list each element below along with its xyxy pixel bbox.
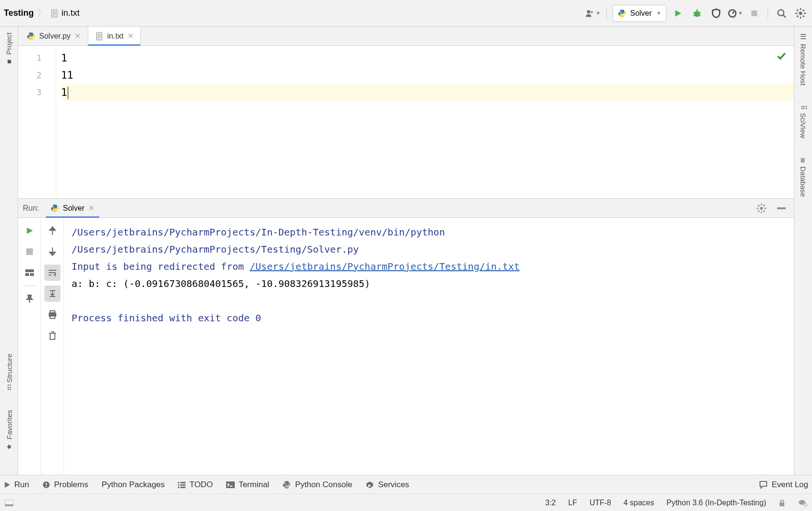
tool-structure[interactable]: ⠿ Structure	[5, 354, 13, 391]
close-icon[interactable]: ✕	[127, 31, 134, 41]
run-config-selector[interactable]: Solver ▼	[613, 5, 666, 22]
svg-rect-41	[25, 273, 29, 276]
warning-icon	[42, 481, 50, 489]
tab-services[interactable]: Services	[365, 480, 409, 490]
tool-database-label: Database	[799, 166, 807, 197]
editor-line[interactable]: 1	[61, 84, 794, 101]
tool-remote-host[interactable]: ☰ Remote Host	[799, 32, 808, 86]
pin-icon[interactable]	[21, 291, 38, 307]
list-icon	[178, 481, 186, 488]
run-coverage-button[interactable]	[708, 6, 724, 21]
soft-wrap-icon[interactable]	[44, 265, 61, 281]
user-icon[interactable]: ▼	[585, 6, 601, 21]
scroll-to-end-icon[interactable]	[44, 286, 61, 302]
stop-run-button[interactable]	[21, 244, 38, 260]
play-icon	[4, 481, 10, 488]
svg-point-5	[591, 10, 593, 13]
svg-rect-43	[50, 311, 55, 313]
ide-status-icon[interactable]	[798, 499, 807, 507]
console-blank	[72, 292, 786, 309]
indent-setting[interactable]: 4 spaces	[624, 499, 654, 507]
settings-icon[interactable]	[793, 6, 808, 21]
chevron-down-icon: ▼	[656, 10, 661, 16]
folder-icon: ■	[5, 58, 13, 66]
breadcrumb[interactable]: Testing 〉 in.txt	[4, 6, 80, 20]
svg-line-24	[803, 10, 804, 11]
svg-line-8	[694, 12, 695, 12]
run-button[interactable]	[670, 6, 686, 21]
tab-run[interactable]: Run	[4, 480, 29, 490]
tool-database[interactable]: ≣ Database	[799, 157, 808, 197]
sciview-icon: ⠿	[799, 105, 808, 110]
tool-project[interactable]: ■ Project	[5, 32, 13, 66]
editor-text[interactable]: 1 11 1	[56, 46, 794, 198]
console-link[interactable]: /Users/jetbrains/PycharmProjects/Testing…	[250, 261, 520, 272]
svg-rect-39	[26, 248, 33, 255]
run-toolbar-secondary	[41, 218, 64, 475]
svg-rect-51	[180, 482, 186, 483]
svg-marker-57	[366, 481, 373, 488]
tool-structure-label: Structure	[5, 354, 13, 383]
svg-rect-59	[5, 504, 13, 506]
close-icon[interactable]: ✕	[74, 31, 81, 41]
layout-icon[interactable]	[21, 265, 38, 281]
chevron-down-icon: ▼	[738, 10, 743, 16]
breadcrumb-file[interactable]: in.txt	[62, 8, 80, 18]
editor-tab-intxt[interactable]: in.txt ✕	[88, 27, 141, 45]
tool-favorites[interactable]: ★ Favorites	[5, 410, 13, 451]
tool-sciview-label: SciView	[799, 113, 807, 138]
debug-button[interactable]	[689, 6, 705, 21]
svg-point-29	[760, 206, 763, 209]
editor-tab-solver[interactable]: Solver.py ✕	[20, 27, 88, 45]
interpreter[interactable]: Python 3.6 (In-Depth-Testing)	[666, 499, 766, 507]
line-number[interactable]: 3	[18, 84, 56, 101]
run-tab-solver[interactable]: Solver ✕	[46, 199, 99, 217]
tab-todo[interactable]: TODO	[178, 480, 213, 490]
up-arrow-icon[interactable]	[44, 223, 61, 239]
down-arrow-icon[interactable]	[44, 244, 61, 260]
trash-icon[interactable]	[44, 327, 61, 344]
profile-button[interactable]: ▼	[728, 6, 743, 21]
tab-terminal[interactable]: Terminal	[226, 480, 269, 490]
close-icon[interactable]: ✕	[88, 204, 94, 213]
editor[interactable]: 1 2 3 1 11 1	[18, 46, 794, 198]
tab-python-console[interactable]: Python Console	[282, 480, 352, 490]
bottom-tool-tabs: Run Problems Python Packages TODO Termin…	[0, 475, 812, 494]
toolbar-right: ▼ Solver ▼ ▼	[585, 5, 808, 22]
editor-line[interactable]: 11	[61, 67, 794, 84]
console-line: Input is being redirected from /Users/je…	[72, 258, 786, 275]
console-line: /Users/jetbrains/PycharmProjects/Testing…	[72, 241, 786, 258]
file-encoding[interactable]: UTF-8	[590, 499, 611, 507]
tab-python-packages[interactable]: Python Packages	[102, 480, 165, 490]
quick-list-icon[interactable]	[5, 500, 13, 506]
text: 1	[61, 52, 67, 64]
inspection-ok-icon[interactable]	[777, 51, 786, 61]
line-number[interactable]: 2	[18, 67, 56, 84]
svg-rect-53	[180, 484, 186, 486]
stop-button[interactable]	[747, 6, 762, 21]
breadcrumb-project[interactable]: Testing	[4, 8, 34, 18]
editor-tab-label: Solver.py	[39, 32, 71, 41]
hide-panel-icon[interactable]	[774, 201, 789, 216]
editor-line[interactable]: 1	[61, 50, 794, 67]
line-separator[interactable]: LF	[568, 499, 577, 507]
tab-problems[interactable]: Problems	[42, 480, 88, 490]
run-settings-icon[interactable]	[754, 201, 769, 216]
svg-line-23	[797, 15, 798, 17]
rerun-button[interactable]	[21, 223, 38, 239]
main-area: ■ Project ⠿ Structure ★ Favorites Solver…	[0, 27, 812, 475]
console-output[interactable]: /Users/jetbrains/PycharmProjects/In-Dept…	[64, 218, 794, 475]
tab-python-console-label: Python Console	[295, 480, 352, 490]
svg-rect-49	[46, 486, 47, 487]
chevron-down-icon: ▼	[596, 10, 601, 16]
gutter[interactable]: 1 2 3	[18, 46, 56, 198]
lock-icon[interactable]	[779, 499, 785, 507]
search-icon[interactable]	[774, 6, 789, 21]
line-number[interactable]: 1	[18, 50, 56, 67]
tool-sciview[interactable]: ⠿ SciView	[799, 105, 808, 138]
caret-position[interactable]: 3:2	[545, 499, 556, 507]
tab-event-log[interactable]: Event Log	[759, 480, 808, 490]
print-icon[interactable]	[44, 307, 61, 323]
svg-line-10	[694, 15, 695, 15]
svg-line-9	[699, 12, 701, 12]
